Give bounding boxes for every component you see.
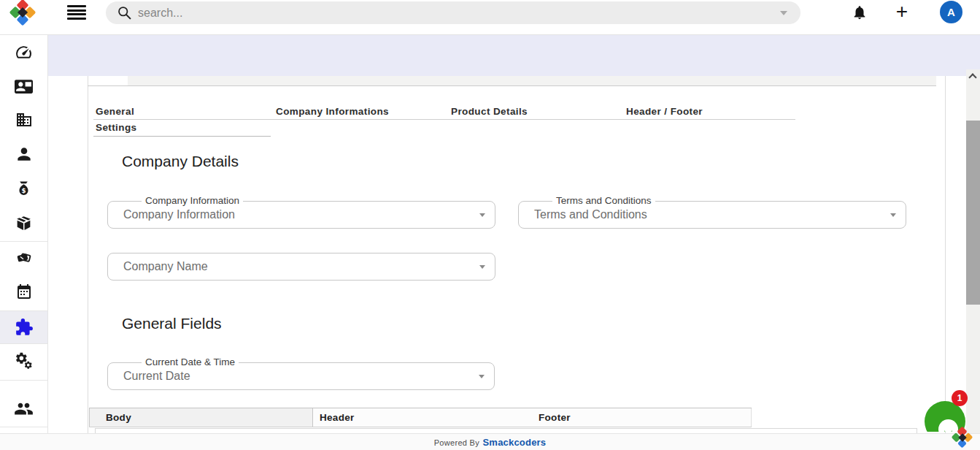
global-search	[106, 1, 800, 24]
package-icon	[15, 214, 33, 232]
section-title-company-details: Company Details	[122, 153, 239, 170]
panel-divider	[88, 85, 936, 86]
chevron-down-icon	[479, 265, 485, 269]
sidebar-divider	[0, 241, 47, 242]
active-tab-underline	[93, 136, 271, 137]
smackcoders-footer-logo-icon[interactable]	[952, 427, 972, 447]
sidebar-item-calendar[interactable]	[0, 281, 47, 302]
editor-area-top-edge	[95, 428, 917, 433]
smackcoders-link[interactable]: Smackcoders	[483, 437, 547, 448]
terms-and-conditions-select[interactable]: Terms and Conditions Terms and Condition…	[518, 201, 906, 229]
tickets-icon	[15, 248, 33, 267]
money-bag-icon: $	[15, 180, 32, 197]
app-window: + A PDF MAKER › All › Adding new $	[0, 0, 980, 450]
editor-tab-header[interactable]: Header	[313, 408, 533, 427]
user-group-icon	[14, 399, 34, 419]
sidebar-divider	[0, 380, 47, 381]
editor-tabs: Body Header Footer	[89, 408, 752, 427]
svg-text:$: $	[22, 187, 26, 194]
breadcrumb-band	[48, 35, 980, 76]
search-input[interactable]	[138, 1, 765, 24]
search-icon	[117, 5, 132, 20]
company-information-select[interactable]: Company Information Company Information	[107, 201, 495, 229]
company-information-value: Company Information	[123, 202, 235, 228]
sidebar-item-invoices[interactable]	[0, 246, 47, 268]
powered-by-text: Powered By	[434, 438, 479, 447]
tab-company-informations[interactable]: Company Informations	[276, 104, 389, 119]
menu-hamburger-icon[interactable]	[67, 5, 86, 21]
sidebar-item-dashboard[interactable]	[0, 41, 47, 63]
user-avatar[interactable]: A	[940, 1, 962, 23]
editor-tab-body[interactable]: Body	[89, 408, 313, 427]
notifications-bell-icon[interactable]	[852, 4, 868, 21]
search-scope-caret-icon[interactable]	[780, 11, 787, 15]
dashboard-icon	[15, 43, 33, 61]
current-datetime-select[interactable]: Current Date & Time Current Date	[107, 362, 495, 390]
company-name-select[interactable]: Company Name	[107, 253, 495, 281]
sidebar-item-contacts[interactable]	[0, 75, 47, 97]
sidebar-item-organizations[interactable]	[0, 109, 47, 131]
current-datetime-value: Current Date	[123, 363, 190, 389]
contacts-card-icon	[15, 77, 33, 96]
sidebar-item-settings[interactable]	[0, 350, 47, 372]
chevron-down-icon	[479, 375, 485, 378]
tabs-underline	[93, 119, 795, 120]
scrolled-panel-remnant	[128, 76, 936, 85]
page-footer: Powered By Smackcoders	[0, 433, 980, 450]
sidebar-item-opportunities[interactable]: $	[0, 178, 47, 199]
person-icon	[15, 145, 34, 164]
sidebar-item-users[interactable]	[0, 397, 47, 419]
quick-create-plus-icon[interactable]: +	[893, 0, 911, 24]
top-bar: + A	[0, 0, 980, 35]
settings-gears-icon	[15, 351, 34, 370]
card-right-border	[945, 76, 946, 433]
calendar-icon	[15, 283, 33, 300]
tab-general-settings[interactable]: General Settings	[96, 104, 158, 136]
card-left-border	[88, 76, 88, 433]
terms-and-conditions-value: Terms and Conditions	[534, 202, 647, 228]
sidebar-divider	[0, 427, 47, 427]
chat-unread-badge: 1	[952, 390, 968, 406]
scrollbar-thumb[interactable]	[966, 121, 980, 305]
app-sidebar: $	[0, 35, 48, 433]
smackcoders-logo-icon[interactable]	[10, 0, 35, 25]
company-name-value: Company Name	[123, 253, 208, 280]
tab-header-footer[interactable]: Header / Footer	[626, 104, 703, 119]
section-title-general-fields: General Fields	[122, 315, 222, 332]
sidebar-item-leads[interactable]	[0, 143, 47, 165]
tab-product-details[interactable]: Product Details	[451, 104, 528, 119]
vertical-scrollbar[interactable]	[966, 69, 980, 433]
editor-tab-footer[interactable]: Footer	[533, 408, 752, 427]
sidebar-item-extensions[interactable]	[0, 316, 47, 338]
chevron-down-icon	[890, 213, 896, 217]
organization-icon	[15, 111, 33, 129]
chevron-down-icon	[479, 213, 485, 217]
scroll-up-arrow-icon[interactable]	[968, 73, 976, 81]
sidebar-item-products[interactable]	[0, 212, 47, 234]
extensions-puzzle-icon	[15, 318, 34, 337]
